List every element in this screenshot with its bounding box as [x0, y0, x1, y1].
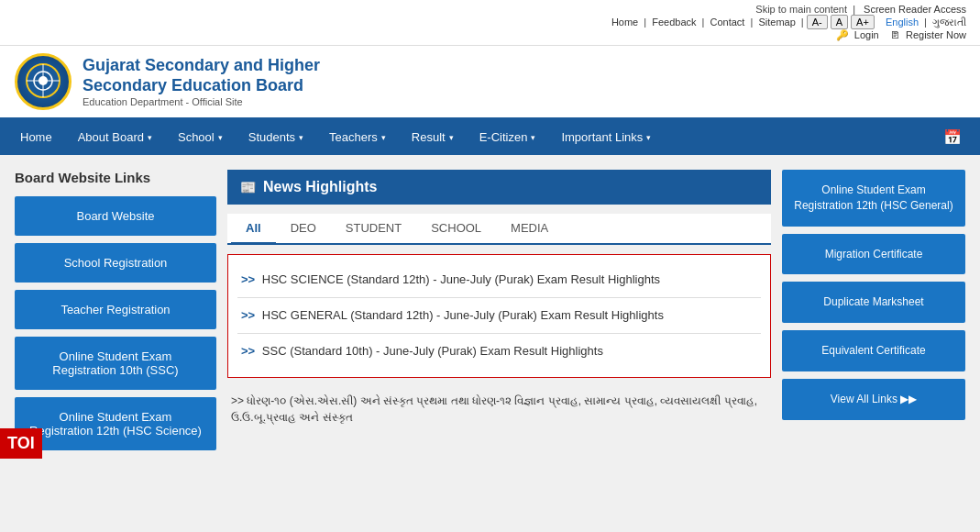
news-text-1: HSC SCIENCE (Standard 12th) - June-July … [262, 272, 660, 286]
ecitizen-arrow: ▾ [531, 133, 535, 142]
org-name: Gujarat Secondary and Higher Secondary E… [83, 56, 320, 106]
result-arrow: ▾ [449, 133, 454, 142]
news-item-1[interactable]: >> HSC SCIENCE (Standard 12th) - June-Ju… [237, 262, 761, 298]
home-link[interactable]: Home [611, 17, 638, 28]
nav-important-links[interactable]: Important Links ▾ [548, 119, 664, 155]
utility-bar: Skip to main content | Screen Reader Acc… [0, 0, 980, 46]
online-exam-12-hsc-science-button[interactable]: Online Student ExamRegistration 12th (HS… [15, 397, 216, 450]
nav-students[interactable]: Students ▾ [236, 119, 316, 155]
news-box[interactable]: >> HSC SCIENCE (Standard 12th) - June-Ju… [227, 254, 771, 378]
contact-link[interactable]: Contact [710, 17, 745, 28]
news-text-2: HSC GENERAL (Standard 12th) - June-July … [262, 308, 664, 322]
students-arrow: ▾ [299, 133, 303, 142]
site-header: Gujarat Secondary and Higher Secondary E… [0, 46, 980, 119]
feedback-link[interactable]: Feedback [652, 17, 696, 28]
view-all-label: View All Links ▶▶ [831, 392, 917, 407]
gujarati-text: ધોરણ-૧૦ (એસ.એસ.સી) અને સંસ્કૃત પ્રથમા તથ… [231, 394, 757, 424]
english-lang-link[interactable]: English [886, 17, 919, 28]
equivalent-certificate-button[interactable]: Equivalent Certificate [782, 330, 965, 371]
online-exam-10-button[interactable]: Online Student ExamRegistration 10th (SS… [15, 337, 216, 390]
font-normal-button[interactable]: A [831, 15, 848, 29]
toi-badge: TOI [0, 428, 42, 459]
logo [15, 53, 72, 110]
nav-teachers[interactable]: Teachers ▾ [316, 119, 399, 155]
center-content: 📰 News Highlights All DEO STUDENT SCHOOL… [227, 170, 771, 458]
news-header: 📰 News Highlights [227, 170, 771, 205]
org-title-line2: Secondary Education Board [83, 76, 320, 96]
right-sidebar: Online Student Exam Registration 12th (H… [782, 170, 965, 458]
migration-certificate-button[interactable]: Migration Certificate [782, 234, 965, 275]
nav-school[interactable]: School ▾ [165, 119, 236, 155]
sidebar-title: Board Website Links [15, 170, 216, 185]
tab-all[interactable]: All [231, 214, 276, 245]
about-board-arrow: ▾ [148, 133, 152, 142]
main-nav: Home About Board ▾ School ▾ Students ▾ T… [0, 119, 980, 155]
news-arrow-1: >> [241, 272, 255, 286]
nav-about-board[interactable]: About Board ▾ [65, 119, 165, 155]
login-link[interactable]: Login [854, 29, 879, 40]
left-sidebar: Board Website Links Board Website School… [15, 170, 216, 458]
login-icon: 🔑 [836, 29, 849, 40]
news-icon: 📰 [240, 180, 256, 194]
hsc-general-button[interactable]: Online Student Exam Registration 12th (H… [782, 170, 965, 227]
font-large-button[interactable]: A+ [851, 15, 875, 29]
news-item-3[interactable]: >> SSC (Standard 10th) - June-July (Pura… [237, 334, 761, 369]
school-arrow: ▾ [218, 133, 223, 142]
news-title: News Highlights [263, 179, 377, 195]
sitemap-link[interactable]: Sitemap [758, 17, 795, 28]
logo-inner [25, 62, 61, 101]
news-item-2[interactable]: >> HSC GENERAL (Standard 12th) - June-Ju… [237, 298, 761, 334]
news-tabs: All DEO STUDENT SCHOOL MEDIA [227, 214, 771, 245]
school-registration-button[interactable]: School Registration [15, 243, 216, 283]
view-all-links-button[interactable]: View All Links ▶▶ [782, 379, 965, 420]
news-arrow-3: >> [241, 344, 255, 358]
gujarati-arrow: >> [231, 394, 244, 407]
teachers-arrow: ▾ [381, 133, 386, 142]
skip-link[interactable]: Skip to main content [755, 4, 847, 15]
teacher-registration-button[interactable]: Teacher Registration [15, 290, 216, 329]
news-arrow-2: >> [241, 308, 255, 322]
nav-ecitizen[interactable]: E-Citizen ▾ [467, 119, 549, 155]
important-links-arrow: ▾ [646, 133, 651, 142]
nav-home[interactable]: Home [7, 119, 65, 155]
font-controls: A- A A+ [807, 15, 875, 29]
register-icon: 🖹 [890, 29, 900, 40]
nav-result[interactable]: Result ▾ [399, 119, 467, 155]
tab-media[interactable]: MEDIA [496, 214, 563, 245]
main-content: Board Website Links Board Website School… [0, 155, 980, 472]
calendar-icon[interactable]: 📅 [932, 121, 973, 153]
gujarati-lang-link[interactable]: ગુજરાતી [932, 17, 966, 28]
register-link[interactable]: Register Now [906, 29, 966, 40]
font-small-button[interactable]: A- [807, 15, 828, 29]
news-item-gujarati[interactable]: >> ધોરણ-૧૦ (એસ.એસ.સી) અને સંસ્કૃત પ્રથમા… [227, 385, 771, 433]
tab-school[interactable]: SCHOOL [416, 214, 496, 245]
org-subtitle: Education Department - Official Site [83, 96, 320, 107]
tab-student[interactable]: STUDENT [331, 214, 416, 245]
board-website-button[interactable]: Board Website [15, 196, 216, 236]
news-text-3: SSC (Standard 10th) - June-July (Purak) … [262, 344, 603, 358]
tab-deo[interactable]: DEO [276, 214, 331, 245]
screen-reader-link[interactable]: Screen Reader Access [864, 4, 966, 15]
duplicate-marksheet-button[interactable]: Duplicate Marksheet [782, 282, 965, 323]
org-title-line1: Gujarat Secondary and Higher [83, 56, 320, 76]
